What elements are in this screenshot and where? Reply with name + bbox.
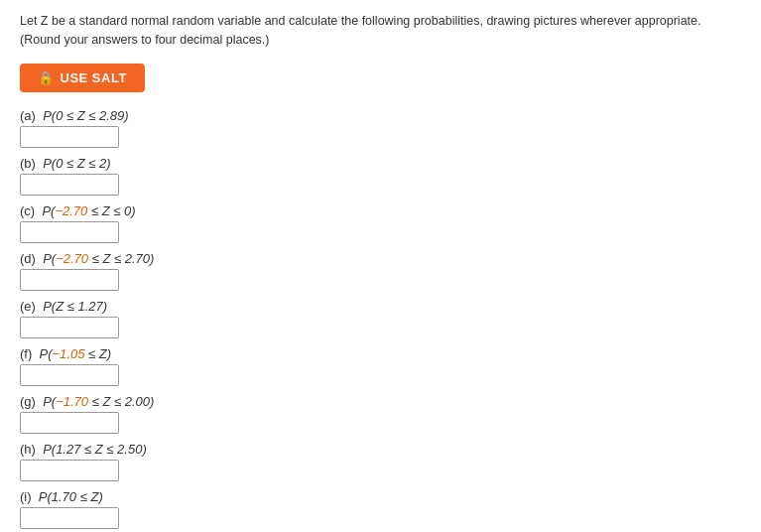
problem-label-b: (b) P(0 ≤ Z ≤ 2) (20, 156, 741, 171)
lock-icon: 🔒 (38, 70, 55, 85)
answer-input-b[interactable] (20, 174, 119, 196)
problem-item-f: (f) P(−1.05 ≤ Z) (20, 346, 741, 386)
problem-item-i: (i) P(1.70 ≤ Z) (20, 489, 741, 529)
problem-label-d: (d) P(−2.70 ≤ Z ≤ 2.70) (20, 251, 741, 266)
answer-input-a[interactable] (20, 126, 119, 148)
problem-item-d: (d) P(−2.70 ≤ Z ≤ 2.70) (20, 251, 741, 291)
problem-label-c: (c) P(−2.70 ≤ Z ≤ 0) (20, 203, 741, 218)
problem-item-g: (g) P(−1.70 ≤ Z ≤ 2.00) (20, 394, 741, 434)
instructions-text: Let Z be a standard normal random variab… (20, 12, 741, 50)
problem-item-b: (b) P(0 ≤ Z ≤ 2) (20, 156, 741, 196)
problem-label-e: (e) P(Z ≤ 1.27) (20, 299, 741, 314)
answer-input-d[interactable] (20, 269, 119, 291)
problem-label-h: (h) P(1.27 ≤ Z ≤ 2.50) (20, 442, 741, 457)
use-salt-label: USE SALT (61, 70, 127, 85)
answer-input-i[interactable] (20, 507, 119, 529)
problem-item-c: (c) P(−2.70 ≤ Z ≤ 0) (20, 203, 741, 243)
answer-input-h[interactable] (20, 460, 119, 481)
problem-item-a: (a) P(0 ≤ Z ≤ 2.89) (20, 108, 741, 148)
problem-label-i: (i) P(1.70 ≤ Z) (20, 489, 741, 504)
problem-list: (a) P(0 ≤ Z ≤ 2.89)(b) P(0 ≤ Z ≤ 2)(c) P… (20, 108, 741, 533)
use-salt-button[interactable]: 🔒 USE SALT (20, 64, 145, 92)
answer-input-f[interactable] (20, 364, 119, 386)
answer-input-c[interactable] (20, 221, 119, 243)
problem-label-a: (a) P(0 ≤ Z ≤ 2.89) (20, 108, 741, 123)
problem-label-f: (f) P(−1.05 ≤ Z) (20, 346, 741, 361)
answer-input-g[interactable] (20, 412, 119, 434)
problem-label-g: (g) P(−1.70 ≤ Z ≤ 2.00) (20, 394, 741, 409)
problem-item-e: (e) P(Z ≤ 1.27) (20, 299, 741, 338)
problem-item-h: (h) P(1.27 ≤ Z ≤ 2.50) (20, 442, 741, 481)
answer-input-e[interactable] (20, 317, 119, 338)
